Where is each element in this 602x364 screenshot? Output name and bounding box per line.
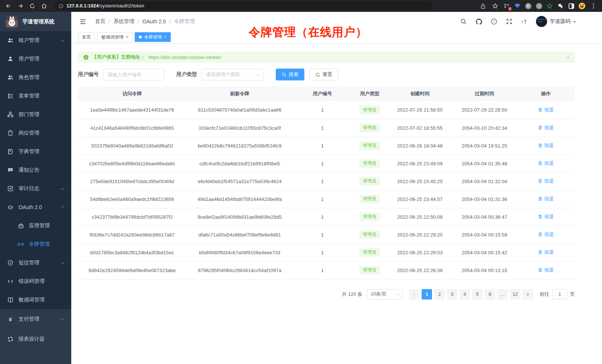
cell-refresh_token: b0df4980ffd34c67a08f9156e4eee733 [186,244,293,261]
cell-created_at: 2022-06-25 23:45:25 [387,172,452,190]
cell-created_at: 2022-06-25 22:50:08 [387,208,452,226]
search-button[interactable]: 搜索 [276,69,304,80]
cell-access_token: c347026e805e4d99b0d116eae66eda8c [78,155,186,172]
sidebar-item-令牌管理[interactable]: 令牌管理 [0,235,71,254]
close-icon[interactable]: × [566,54,570,60]
breadcrumb-item[interactable]: 首页 [95,18,105,25]
force-logout-label: 强退 [544,178,554,185]
forward-icon[interactable] [16,1,25,11]
back-icon[interactable] [4,1,13,11]
tab-label: 敏感词管理 [101,34,124,40]
table-row: 275e5de9151045fe87cbdc395e004f4de6cfd40e… [78,172,575,190]
breadcrumb-item[interactable]: OAuth 2.0 [143,19,166,24]
sidebar-item-角色管理[interactable]: 角色管理 [0,68,71,87]
recorder-extension-icon[interactable] [535,2,543,10]
cell-access_token: 54d6be82ee5a460a9aedc1f9bf223656 [78,190,186,208]
extension-grid-icon[interactable]: 9 [503,2,511,10]
emoji-extension-icon[interactable] [578,2,586,10]
breadcrumb-separator: / [169,19,171,24]
sidebar-item-OAuth 2.0[interactable]: OAuth 2.0 [0,198,71,216]
fullscreen-icon[interactable] [506,18,513,25]
page-size-select[interactable]: 10条/页 [367,289,402,300]
force-logout-button[interactable]: 强退 [538,107,554,113]
cell-user_id: 1 [293,137,352,155]
hamburger-icon[interactable] [76,15,89,28]
chevron-down-icon [61,317,65,321]
bookmark-star-icon[interactable] [490,1,500,11]
next-page-button[interactable] [523,289,533,300]
token-table: 访问令牌刷新令牌用户编号用户类型创建时间过期时间操作 1ea5e44f8bc14… [78,86,575,279]
pager: 123456...12 [409,289,533,300]
tab-敏感词管理[interactable]: 敏感词管理× [97,32,132,42]
sidebar-item-label: 短信管理 [19,259,39,266]
cell-user_id: 1 [293,244,352,261]
trash-icon [538,196,543,201]
sidebar-item-通知公告[interactable]: 通知公告 [0,161,71,179]
sidebar-item-错误码管理[interactable]: 错误码管理 [0,272,71,291]
font-size-icon[interactable]: TT [521,18,528,25]
page-button-5[interactable]: 5 [472,289,482,300]
sidebar-item-用户管理[interactable]: 用户管理 [0,50,71,68]
column-header: 操作 [517,86,575,101]
search-icon[interactable] [460,18,467,25]
pinwheel-extension-icon[interactable] [556,2,565,10]
report-designer-icon [7,336,13,342]
site-info-icon[interactable] [59,4,63,9]
force-logout-label: 强退 [544,125,554,131]
sidebar-item-支付管理[interactable]: ¥支付管理 [0,309,71,329]
goto-page-input[interactable] [552,289,567,300]
sidebar-item-字典管理[interactable]: 字典管理 [0,142,71,161]
force-logout-button[interactable]: 强退 [538,160,554,167]
sidebar-item-部门管理[interactable]: 部门管理 [0,105,71,124]
sidebar-item-报表设计器[interactable]: 报表设计器 [0,329,71,349]
sidebar-item-短信管理[interactable]: 短信管理 [0,254,71,272]
command-extension-icon[interactable] [524,2,532,10]
reset-button-label: 重置 [323,71,332,78]
force-logout-button[interactable]: 强退 [538,196,554,202]
page-button-3[interactable]: 3 [447,289,457,300]
force-logout-button[interactable]: 强退 [538,267,554,274]
page-button-2[interactable]: 2 [434,289,445,300]
reload-icon[interactable] [27,1,37,11]
gem-extension-icon[interactable] [513,2,521,10]
side-panel-icon[interactable] [567,2,575,10]
sidebar-item-岗位管理[interactable]: 岗位管理 [0,124,71,142]
force-logout-button[interactable]: 强退 [538,249,554,256]
help-icon[interactable]: ? [490,18,498,25]
user-id-input[interactable] [103,69,164,80]
address-bar[interactable]: 127.0.0.1:1024/system/oauth2/token [54,1,433,10]
breadcrumb-item[interactable]: 系统管理 [114,18,134,25]
cell-user_id: 1 [293,226,352,244]
tab-令牌管理[interactable]: 令牌管理× [135,32,171,42]
sidebar-item-租户管理[interactable]: 租户管理 [0,31,71,50]
green-star-extension-icon[interactable] [546,2,554,10]
sidebar-item-label: 审计日志 [19,185,39,192]
sidebar-item-审计日志[interactable]: 审计日志 [0,179,71,198]
force-logout-button[interactable]: 强退 [538,142,554,149]
prev-page-button[interactable] [409,289,419,300]
github-icon[interactable] [475,18,482,25]
sidebar-item-菜单管理[interactable]: 菜单管理 [0,87,71,105]
sidebar-item-应用管理[interactable]: 应用管理 [0,216,71,235]
page-button-4[interactable]: 4 [459,289,470,300]
reset-button[interactable]: 重置 [310,69,338,80]
doc-link[interactable]: https://doc.iocoder.cn/user-center/ [148,54,221,60]
force-logout-button[interactable]: 强退 [538,231,554,238]
tab-首页[interactable]: 首页 [78,32,95,42]
close-icon[interactable]: × [164,35,167,39]
force-logout-button[interactable]: 强退 [538,178,554,185]
home-icon[interactable] [39,1,49,11]
user-type-select[interactable]: 请选择用户类型 [202,69,264,80]
force-logout-button[interactable]: 强退 [538,214,554,220]
page-button-1[interactable]: 1 [422,289,432,300]
share-icon[interactable] [478,1,488,11]
app-logo[interactable]: 芋道管理系统 [0,12,71,31]
user-menu[interactable]: 芋道源码 [536,16,576,27]
cell-expires_at: 2054-03-10 20:42:34 [452,119,517,137]
sidebar-item-敏感词管理[interactable]: 敏感词管理 [0,291,71,309]
close-icon[interactable]: × [126,35,128,39]
force-logout-button[interactable]: 强退 [538,125,554,131]
page-button-6[interactable]: 6 [485,289,495,300]
page-button-12[interactable]: 12 [510,289,520,300]
browser-menu-icon[interactable] [589,1,598,11]
